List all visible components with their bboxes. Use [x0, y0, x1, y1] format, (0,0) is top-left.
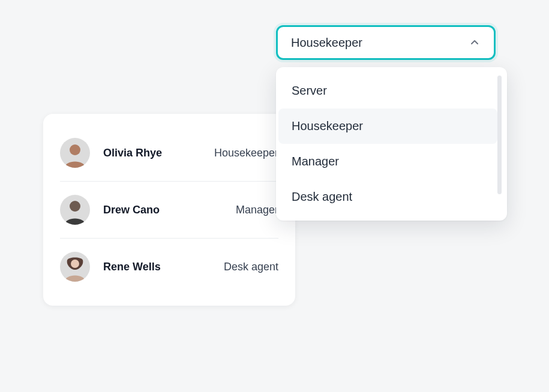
- role-option-desk-agent[interactable]: Desk agent: [278, 179, 497, 215]
- user-role-label: Manager: [194, 204, 278, 216]
- user-list-card: Olivia Rhye Housekeeper Drew Cano Manage…: [43, 114, 295, 306]
- user-role-label: Desk agent: [194, 261, 278, 273]
- avatar: [60, 195, 90, 225]
- user-name-label: Olivia Rhye: [103, 147, 194, 159]
- svg-point-0: [70, 144, 80, 155]
- user-role-label: Housekeeper: [194, 147, 278, 159]
- role-option-housekeeper[interactable]: Housekeeper: [278, 108, 497, 144]
- user-row[interactable]: Rene Wells Desk agent: [43, 239, 295, 295]
- scrollbar[interactable]: [497, 76, 502, 194]
- user-row[interactable]: Drew Cano Manager: [43, 182, 295, 238]
- chevron-up-icon: [469, 37, 481, 49]
- role-dropdown-trigger[interactable]: Housekeeper: [276, 25, 496, 60]
- avatar: [60, 138, 90, 168]
- svg-point-1: [70, 201, 80, 212]
- role-option-manager[interactable]: Manager: [278, 144, 497, 179]
- avatar: [60, 252, 90, 282]
- avatar-person-icon: [60, 195, 90, 225]
- avatar-person-icon: [60, 252, 90, 282]
- user-name-label: Drew Cano: [103, 204, 194, 216]
- user-row[interactable]: Olivia Rhye Housekeeper: [43, 125, 295, 181]
- role-dropdown-panel: Server Housekeeper Manager Desk agent: [276, 67, 507, 221]
- user-name-label: Rene Wells: [103, 261, 194, 273]
- role-dropdown-selected-label: Housekeeper: [291, 36, 362, 50]
- svg-point-3: [71, 260, 79, 268]
- role-option-server[interactable]: Server: [278, 73, 497, 108]
- avatar-person-icon: [60, 138, 90, 168]
